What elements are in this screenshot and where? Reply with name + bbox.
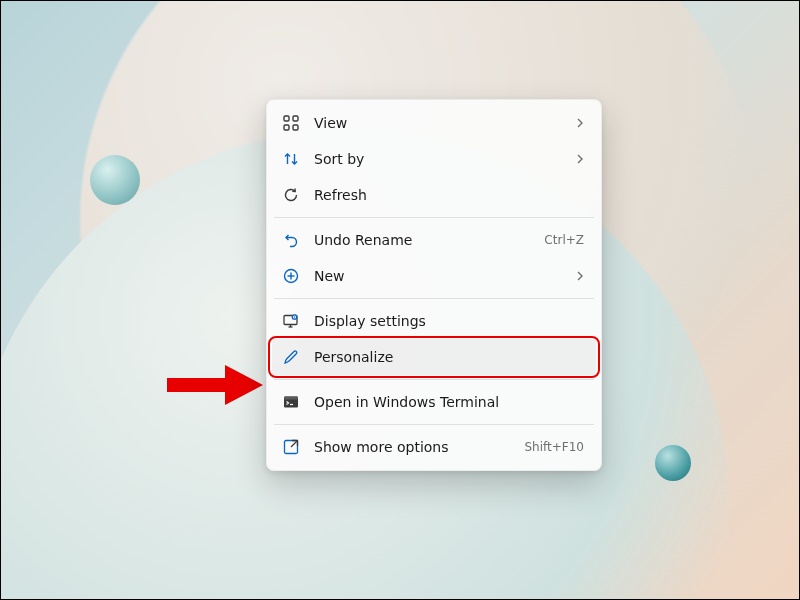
- chevron-right-icon: [574, 117, 586, 129]
- new-icon: [282, 267, 300, 285]
- menu-item-label: Open in Windows Terminal: [314, 394, 586, 410]
- menu-item-label: Sort by: [314, 151, 560, 167]
- chevron-right-icon: [574, 270, 586, 282]
- svg-rect-4: [284, 125, 289, 130]
- svg-marker-1: [225, 365, 263, 405]
- terminal-icon: [282, 393, 300, 411]
- menu-item-display-settings[interactable]: Display settings: [272, 303, 596, 339]
- personalize-icon: [282, 348, 300, 366]
- menu-item-label: Display settings: [314, 313, 586, 329]
- annotation-arrow: [163, 363, 263, 407]
- menu-item-label: Personalize: [314, 349, 586, 365]
- grid-icon: [282, 114, 300, 132]
- menu-item-personalize[interactable]: Personalize: [272, 339, 596, 375]
- svg-rect-3: [293, 116, 298, 121]
- menu-item-label: New: [314, 268, 560, 284]
- menu-separator: [274, 379, 594, 380]
- display-settings-icon: [282, 312, 300, 330]
- undo-icon: [282, 231, 300, 249]
- svg-rect-2: [284, 116, 289, 121]
- menu-item-refresh[interactable]: Refresh: [272, 177, 596, 213]
- desktop-context-menu: View Sort by Refresh: [266, 99, 602, 471]
- menu-separator: [274, 217, 594, 218]
- menu-separator: [274, 298, 594, 299]
- menu-item-accelerator: Ctrl+Z: [544, 233, 584, 247]
- menu-item-accelerator: Shift+F10: [524, 440, 584, 454]
- menu-item-label: Refresh: [314, 187, 586, 203]
- menu-item-sort[interactable]: Sort by: [272, 141, 596, 177]
- chevron-right-icon: [574, 153, 586, 165]
- menu-item-more-options[interactable]: Show more options Shift+F10: [272, 429, 596, 465]
- show-more-icon: [282, 438, 300, 456]
- sort-icon: [282, 150, 300, 168]
- svg-point-13: [294, 316, 295, 317]
- menu-item-undo[interactable]: Undo Rename Ctrl+Z: [272, 222, 596, 258]
- svg-line-18: [291, 441, 297, 447]
- menu-item-new[interactable]: New: [272, 258, 596, 294]
- menu-item-label: Undo Rename: [314, 232, 530, 248]
- svg-rect-15: [284, 397, 298, 400]
- menu-item-label: Show more options: [314, 439, 510, 455]
- svg-rect-5: [293, 125, 298, 130]
- menu-item-view[interactable]: View: [272, 105, 596, 141]
- menu-separator: [274, 424, 594, 425]
- menu-item-terminal[interactable]: Open in Windows Terminal: [272, 384, 596, 420]
- refresh-icon: [282, 186, 300, 204]
- menu-item-label: View: [314, 115, 560, 131]
